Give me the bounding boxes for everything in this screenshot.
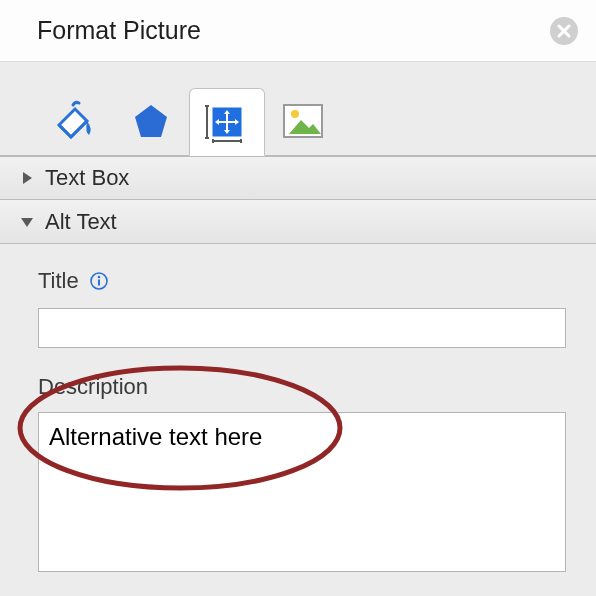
svg-marker-20 — [21, 218, 33, 227]
panel-header: Format Picture — [0, 0, 596, 62]
alt-text-content: Title Description — [0, 244, 596, 576]
title-label-row: Title — [38, 268, 566, 294]
size-properties-icon — [204, 100, 250, 144]
chevron-down-icon — [18, 213, 36, 231]
info-icon[interactable] — [89, 271, 109, 291]
svg-marker-2 — [135, 105, 167, 137]
chevron-right-icon — [18, 169, 36, 187]
section-alt-text[interactable]: Alt Text — [0, 200, 596, 244]
tab-picture[interactable] — [265, 87, 341, 155]
section-text-box[interactable]: Text Box — [0, 156, 596, 200]
close-icon — [557, 24, 571, 38]
tab-shape[interactable] — [113, 87, 189, 155]
title-label: Title — [38, 268, 79, 294]
pentagon-icon — [131, 101, 171, 141]
tab-size-properties[interactable] — [189, 88, 265, 156]
panel-title: Format Picture — [37, 16, 201, 45]
fill-bucket-icon — [53, 99, 97, 143]
section-label: Text Box — [45, 165, 129, 191]
svg-rect-23 — [98, 280, 100, 286]
tab-strip — [0, 62, 596, 156]
description-textarea[interactable] — [38, 412, 566, 572]
section-label: Alt Text — [45, 209, 117, 235]
description-label: Description — [38, 374, 566, 400]
format-picture-panel: Format Picture — [0, 0, 596, 596]
tab-fill[interactable] — [37, 87, 113, 155]
title-input[interactable] — [38, 308, 566, 348]
close-button[interactable] — [550, 17, 578, 45]
picture-icon — [283, 104, 323, 138]
svg-point-22 — [97, 276, 100, 279]
svg-point-17 — [291, 110, 299, 118]
svg-marker-19 — [23, 172, 32, 184]
